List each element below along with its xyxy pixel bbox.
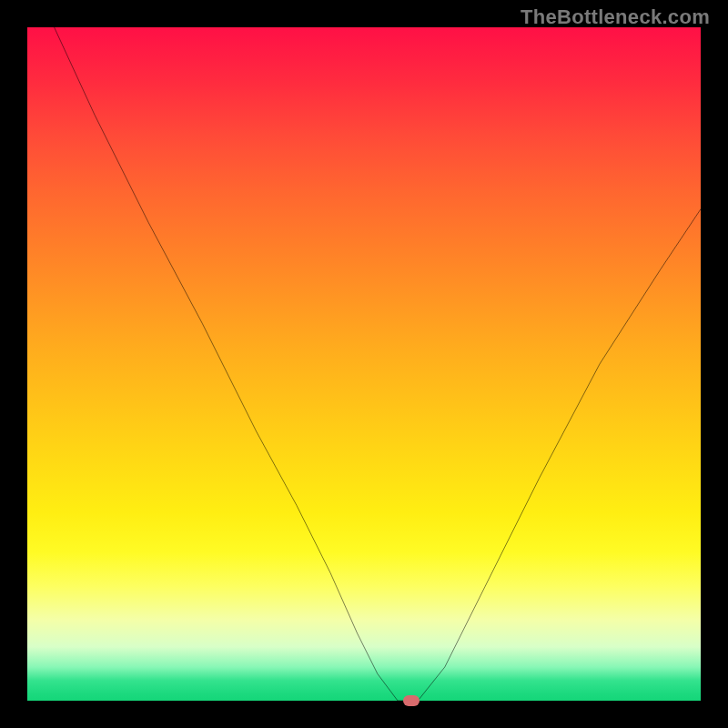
chart-container: TheBottleneck.com — [0, 0, 728, 728]
optimal-point-marker — [403, 695, 420, 706]
watermark-text: TheBottleneck.com — [521, 5, 710, 29]
bottleneck-curve — [27, 27, 701, 701]
plot-area — [27, 27, 701, 701]
